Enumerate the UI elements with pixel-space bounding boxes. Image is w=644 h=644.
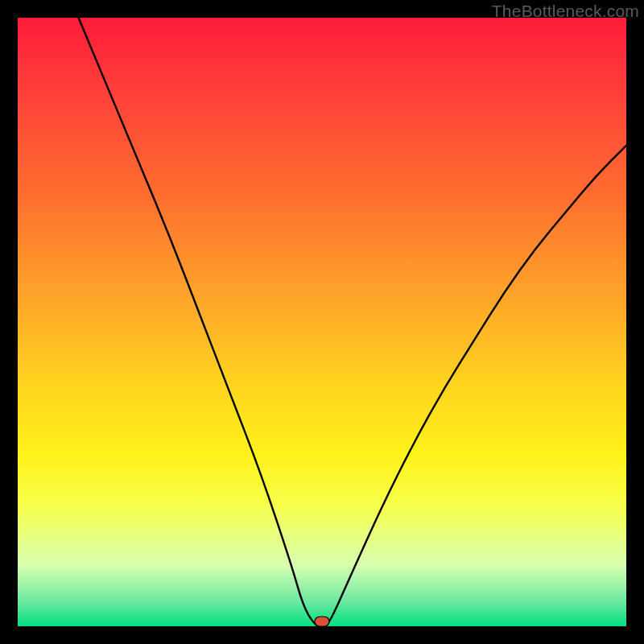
chart-stage: TheBottleneck.com [0, 0, 644, 644]
gradient-panel [18, 18, 626, 626]
watermark-text: TheBottleneck.com [492, 2, 639, 21]
